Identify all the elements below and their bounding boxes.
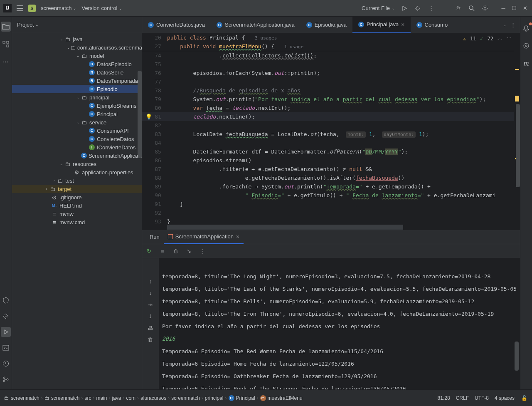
tabs-more-icon[interactable]: ⋮ <box>510 22 516 28</box>
cursor-position[interactable]: 81:28 <box>438 395 450 401</box>
project-view-dropdown[interactable]: Project⌄ <box>17 22 39 28</box>
intellij-logo-icon: IJ <box>3 4 12 12</box>
svg-point-12 <box>524 43 529 48</box>
minimize-icon[interactable]: ─ <box>500 5 507 12</box>
project-tool-icon[interactable] <box>1 22 11 32</box>
navigation-bar[interactable]: 🗀screenmatch› 🗀screenmatch› src› main› j… <box>4 395 303 401</box>
problems-tool-icon[interactable] <box>1 359 11 369</box>
svg-point-9 <box>3 377 5 379</box>
notifications-icon[interactable] <box>521 23 531 33</box>
svg-point-13 <box>525 45 527 47</box>
close-icon[interactable]: ✕ <box>521 5 529 12</box>
main-menu-button[interactable] <box>17 5 23 11</box>
console-output[interactable]: temporada=8, titulo='The Long Night', nu… <box>159 258 520 389</box>
svg-point-1 <box>457 6 458 8</box>
run-tool-label: Run <box>145 234 164 240</box>
console-scrollbar[interactable] <box>515 342 519 371</box>
editor-horizontal-scrollbar[interactable] <box>167 225 514 230</box>
tab-screenmatchapp[interactable]: CScreenmatchApplication.java <box>211 17 300 33</box>
more-tools-icon[interactable]: ⋯ <box>1 57 11 67</box>
indent[interactable]: 4 spaces <box>495 395 515 401</box>
tree-item-episodio[interactable]: CEpisodio <box>12 85 142 93</box>
debug-icon[interactable] <box>414 5 421 12</box>
maximize-icon[interactable]: ☐ <box>510 5 518 12</box>
soft-wrap-icon[interactable]: ⇥ <box>147 301 154 308</box>
print-icon[interactable]: 🖶 <box>147 324 154 332</box>
tab-consumo[interactable]: CConsumo <box>411 17 454 33</box>
tab-episodio[interactable]: CEpisodio.java <box>300 17 352 33</box>
tabs-dropdown-icon[interactable]: ⌄ <box>503 23 506 27</box>
console-more-icon[interactable]: ⋮ <box>199 248 206 255</box>
line-separator[interactable]: CRLF <box>456 395 469 401</box>
search-icon[interactable] <box>468 5 475 12</box>
maven-icon[interactable]: m <box>521 58 531 68</box>
svg-point-2 <box>469 6 473 10</box>
left-tool-rail: ⋯ <box>0 17 12 389</box>
project-badge: S <box>28 5 36 12</box>
settings-icon[interactable] <box>481 5 489 12</box>
build-tool-icon[interactable] <box>1 295 11 305</box>
more-icon[interactable]: ⋮ <box>427 5 435 12</box>
scroll-down-icon[interactable]: ↓ <box>147 289 154 297</box>
inspection-widget[interactable]: ⚠11 ✓72 ︿﹀ <box>463 35 512 42</box>
exit-icon[interactable]: ↘ <box>185 248 193 255</box>
structure-tool-icon[interactable] <box>1 39 11 49</box>
scroll-to-end-icon[interactable]: ⤓ <box>147 312 154 320</box>
stop-icon[interactable]: ■ <box>159 248 166 255</box>
tab-conviertedatos[interactable]: CConvierteDatos.java <box>142 17 211 33</box>
services-tool-icon[interactable] <box>1 311 11 321</box>
svg-point-11 <box>7 379 8 380</box>
vcs-tool-icon[interactable] <box>1 374 11 384</box>
run-tab-screenmatch[interactable]: ScreenmatchApplication × <box>164 230 244 244</box>
scroll-up-icon[interactable]: ↑ <box>147 277 154 285</box>
titlebar: IJ S screenmatch⌄ Version control⌄ Curre… <box>0 0 532 17</box>
statusbar: 🗀screenmatch› 🗀screenmatch› src› main› j… <box>0 389 532 406</box>
terminal-tool-icon[interactable] <box>1 343 11 353</box>
readonly-lock-icon[interactable]: 🔓 <box>520 394 528 402</box>
svg-rect-4 <box>3 41 5 43</box>
code-editor[interactable]: ⚠11 ✓72 ︿﹀ 20public class Principal { 3 … <box>142 33 520 230</box>
overview-ruler[interactable] <box>514 50 520 222</box>
ai-icon[interactable] <box>521 41 531 51</box>
svg-point-3 <box>484 7 486 9</box>
run-config-dropdown[interactable]: Current File⌄ <box>362 5 395 11</box>
vcs-dropdown[interactable]: Version control⌄ <box>81 5 122 11</box>
svg-rect-7 <box>3 345 9 350</box>
dump-icon[interactable]: ⎙ <box>172 248 180 255</box>
encoding[interactable]: UTF-8 <box>475 395 489 401</box>
editor-tabs: CConvierteDatos.java CScreenmatchApplica… <box>142 17 520 33</box>
run-tab-close-icon[interactable]: × <box>236 233 239 240</box>
intention-bulb-icon[interactable]: 💡 <box>145 114 152 120</box>
rerun-icon[interactable]: ↻ <box>145 248 153 255</box>
svg-point-10 <box>3 380 5 382</box>
svg-rect-5 <box>7 41 9 43</box>
project-panel: Project⌄ ⌄🗀java ⌄🗀com.aluracursos.screen… <box>12 17 142 389</box>
code-with-me-icon[interactable] <box>455 5 462 12</box>
run-icon[interactable] <box>401 5 408 12</box>
right-tool-rail: m <box>520 17 532 389</box>
tree-scrollbar[interactable] <box>138 71 142 158</box>
run-panel: Run ScreenmatchApplication × ↻ ■ ⎙ ↘ ⋮ <box>142 230 520 389</box>
project-tree[interactable]: ⌄🗀java ⌄🗀com.aluracursos.screenmatch ⌄🗀m… <box>12 33 142 389</box>
clear-icon[interactable]: 🗑 <box>147 336 154 343</box>
run-tool-icon[interactable] <box>1 327 11 337</box>
tab-principal[interactable]: CPrincipal.java× <box>352 17 411 33</box>
project-dropdown[interactable]: screenmatch⌄ <box>41 5 76 11</box>
svg-rect-6 <box>7 45 9 47</box>
tab-close-icon[interactable]: × <box>401 21 404 28</box>
